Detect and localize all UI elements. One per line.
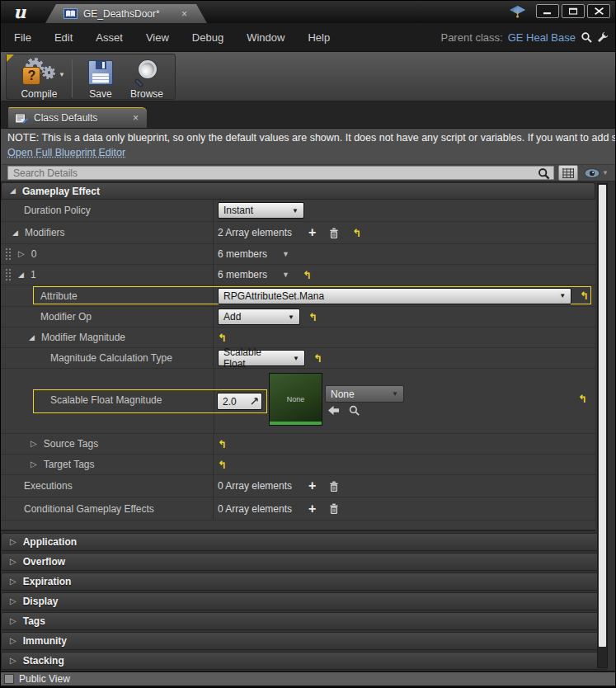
window-controls — [536, 4, 610, 18]
expanded-triangle-icon[interactable]: ◢ — [12, 229, 18, 237]
tab-class-defaults[interactable]: Class Defaults × — [8, 107, 147, 128]
element-1-members: 6 members — [218, 269, 282, 280]
conditional-gameplay-effects-count: 0 Array elements — [218, 503, 295, 515]
maximize-button[interactable] — [562, 4, 585, 18]
duration-policy-dropdown[interactable]: Instant ▼ — [218, 202, 304, 219]
category-expiration[interactable]: ▷ Expiration — [1, 573, 607, 591]
category-overflow[interactable]: ▷ Overflow — [1, 553, 607, 571]
category-display[interactable]: ▷ Display — [1, 592, 607, 610]
scrollbar-thumb[interactable] — [599, 185, 606, 647]
menu-edit[interactable]: Edit — [43, 31, 84, 44]
compile-options-chevron-down-icon[interactable]: ▼ — [59, 71, 65, 78]
attribute-dropdown[interactable]: RPGAttributeSet.Mana ▼ — [218, 288, 571, 304]
edit-parent-class-wrench-icon[interactable] — [597, 31, 609, 43]
curve-asset-thumbnail[interactable]: None — [269, 373, 322, 426]
magnitude-calculation-type-value: Scalable Float — [223, 346, 283, 370]
save-button[interactable]: Save — [78, 58, 124, 100]
drag-handle[interactable] — [5, 247, 12, 261]
reset-to-default-icon[interactable]: ↰ — [218, 459, 227, 470]
category-tags[interactable]: ▷ Tags — [1, 612, 607, 630]
reset-to-default-icon[interactable]: ↰ — [578, 393, 587, 404]
search-details-input[interactable] — [8, 167, 553, 179]
modifier-op-value: Add — [223, 311, 241, 323]
collapsed-categories: ▷ Application ▷ Overflow ▷ Expiration ▷ … — [1, 533, 607, 670]
category-immunity[interactable]: ▷ Immunity — [1, 632, 607, 650]
drag-handle[interactable] — [5, 268, 12, 281]
element-1-members-dropdown[interactable]: 6 members ▼ — [218, 269, 289, 280]
target-tags-label: Target Tags — [44, 459, 95, 470]
reset-to-default-icon[interactable]: ↰ — [218, 439, 227, 450]
scalable-float-value: 2.0 — [223, 396, 237, 408]
open-full-blueprint-editor-link[interactable]: Open Full Blueprint Editor — [7, 147, 125, 158]
parent-class-value[interactable]: GE Heal Base — [508, 31, 576, 44]
row-conditional-gameplay-effects: Conditional Gameplay Effects 0 Array ele… — [1, 497, 595, 521]
reset-to-default-icon[interactable]: ↰ — [352, 228, 361, 238]
magnitude-calculation-type-dropdown[interactable]: Scalable Float ▼ — [218, 350, 305, 366]
executions-count: 0 Array elements — [218, 480, 295, 492]
class-defaults-tab-close-icon[interactable]: × — [133, 113, 139, 123]
reset-to-default-icon[interactable]: ↰ — [218, 332, 227, 343]
row-executions: Executions 0 Array elements + — [1, 475, 595, 497]
category-gameplay-effect[interactable]: ◢ Gameplay Effect — [1, 182, 595, 200]
menu-debug[interactable]: Debug — [181, 31, 235, 44]
add-array-element-icon[interactable]: + — [308, 479, 316, 492]
reset-to-default-icon[interactable]: ↰ — [313, 353, 322, 364]
collapsed-triangle-icon[interactable]: ▷ — [31, 460, 37, 469]
minimize-button[interactable] — [536, 4, 559, 18]
clear-array-trash-icon[interactable] — [329, 481, 339, 492]
browse-to-asset-magnifier-icon[interactable] — [349, 405, 360, 416]
category-stacking[interactable]: ▷ Stacking — [1, 652, 607, 670]
expanded-triangle-icon[interactable]: ◢ — [18, 271, 24, 279]
public-view-bar: Public View — [1, 672, 615, 686]
category-label: Display — [23, 596, 59, 607]
blueprint-doc-icon — [63, 8, 78, 19]
clear-array-trash-icon[interactable] — [329, 503, 339, 514]
category-application[interactable]: ▷ Application — [1, 533, 607, 551]
parent-class-label: Parent class: — [440, 31, 502, 44]
view-options-button[interactable]: ▼ — [582, 168, 610, 178]
category-label: Gameplay Effect — [22, 186, 100, 197]
reset-to-default-icon[interactable]: ↰ — [308, 312, 317, 323]
curve-asset-dropdown[interactable]: None ▼ — [325, 385, 404, 403]
public-view-checkbox[interactable] — [4, 674, 14, 684]
browse-magnifier-icon — [134, 59, 160, 86]
tutorial-graduation-cap-icon[interactable] — [509, 5, 526, 19]
modifier-op-dropdown[interactable]: Add ▼ — [218, 309, 300, 325]
reset-to-default-icon[interactable]: ↰ — [580, 290, 589, 301]
property-matrix-button[interactable] — [558, 165, 578, 181]
menu-file[interactable]: File — [2, 31, 43, 44]
vertical-scrollbar[interactable] — [597, 183, 608, 668]
browse-label: Browse — [130, 88, 163, 100]
use-selected-asset-arrow-icon[interactable] — [328, 406, 339, 415]
element-0-members-dropdown[interactable]: 6 members ▼ — [218, 248, 289, 260]
reset-to-default-icon[interactable]: ↰ — [303, 270, 312, 280]
category-label: Immunity — [23, 635, 67, 647]
find-parent-class-icon[interactable] — [581, 31, 592, 43]
asset-window-tab[interactable]: GE_DeathsDoor* × — [45, 4, 207, 23]
toolbar: ? ▼ Compile Save — [1, 52, 615, 101]
chevron-down-icon: ▼ — [392, 390, 398, 398]
scalable-float-value-spinbox[interactable]: 2.0 — [217, 393, 262, 410]
collapsed-triangle-icon[interactable]: ▷ — [31, 440, 37, 448]
class-defaults-icon — [15, 113, 28, 124]
browse-button[interactable]: Browse — [124, 58, 170, 100]
collapsed-triangle-icon[interactable]: ▷ — [18, 250, 25, 258]
attribute-value: RPGAttributeSet.Mana — [223, 290, 324, 302]
row-modifier-magnitude: ◢ Modifier Magnitude ↰ — [1, 328, 595, 348]
note-text: NOTE: This is a data only blueprint, so … — [7, 132, 615, 144]
menu-window[interactable]: Window — [235, 31, 296, 44]
save-floppy-icon — [88, 60, 113, 85]
menu-asset[interactable]: Asset — [84, 31, 134, 44]
menu-view[interactable]: View — [134, 31, 181, 44]
clear-array-trash-icon[interactable] — [329, 228, 339, 238]
add-array-element-icon[interactable]: + — [308, 226, 316, 239]
data-only-blueprint-note: NOTE: This is a data only blueprint, so … — [1, 129, 615, 165]
asset-tab-close-icon[interactable]: × — [181, 9, 187, 19]
compile-button[interactable]: ? ▼ Compile — [12, 58, 67, 100]
add-array-element-icon[interactable]: + — [308, 502, 316, 516]
menu-help[interactable]: Help — [296, 31, 341, 44]
element-index: 0 — [31, 248, 37, 260]
expanded-triangle-icon[interactable]: ◢ — [29, 334, 35, 342]
drag-adjust-icon[interactable] — [251, 398, 258, 405]
close-button[interactable] — [587, 4, 610, 18]
